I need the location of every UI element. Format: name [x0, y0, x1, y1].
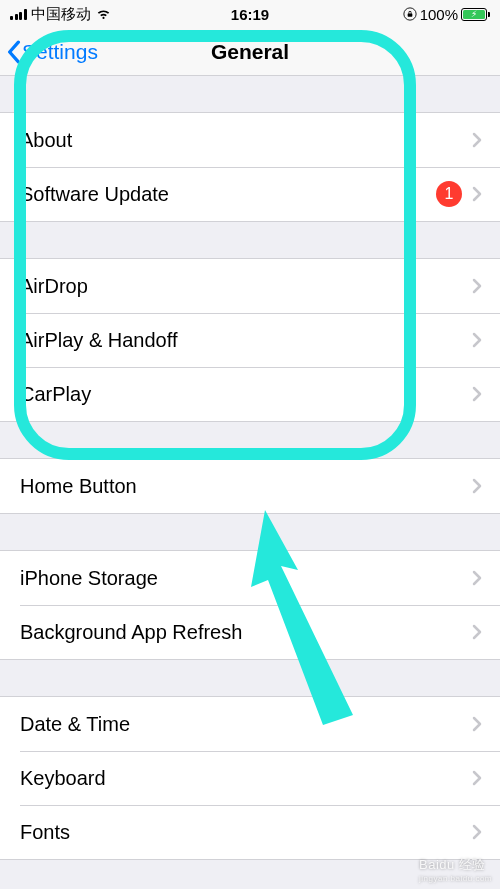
chevron-right-icon [472, 132, 482, 148]
settings-row[interactable]: Background App Refresh [0, 605, 500, 659]
chevron-right-icon [472, 824, 482, 840]
carrier-label: 中国移动 [31, 5, 91, 24]
chevron-right-icon [472, 386, 482, 402]
row-accessory [472, 132, 482, 148]
row-label: About [20, 129, 72, 152]
row-label: AirDrop [20, 275, 88, 298]
settings-row[interactable]: Date & Time [0, 697, 500, 751]
settings-row[interactable]: About [0, 113, 500, 167]
settings-row[interactable]: Keyboard [0, 751, 500, 805]
row-accessory [472, 716, 482, 732]
battery-icon: ⚡︎ [461, 8, 490, 21]
settings-row[interactable]: Fonts [0, 805, 500, 859]
row-label: Keyboard [20, 767, 106, 790]
settings-row[interactable]: Home Button [0, 459, 500, 513]
notification-badge: 1 [436, 181, 462, 207]
settings-row[interactable]: CarPlay [0, 367, 500, 421]
row-accessory [472, 570, 482, 586]
row-label: Fonts [20, 821, 70, 844]
chevron-right-icon [472, 624, 482, 640]
orientation-lock-icon [403, 7, 417, 21]
chevron-right-icon [472, 478, 482, 494]
settings-group: Home Button [0, 458, 500, 514]
settings-group: Date & TimeKeyboardFonts [0, 696, 500, 860]
watermark: Baidu 经验 jingyan.baidu.com [419, 856, 492, 883]
settings-row[interactable]: Software Update1 [0, 167, 500, 221]
chevron-right-icon [472, 186, 482, 202]
row-label: AirPlay & Handoff [20, 329, 178, 352]
status-left: 中国移动 [10, 5, 112, 24]
status-time: 16:19 [231, 6, 269, 23]
row-label: Home Button [20, 475, 137, 498]
row-accessory [472, 478, 482, 494]
settings-row[interactable]: AirPlay & Handoff [0, 313, 500, 367]
settings-row[interactable]: iPhone Storage [0, 551, 500, 605]
settings-group: iPhone StorageBackground App Refresh [0, 550, 500, 660]
row-accessory [472, 332, 482, 348]
watermark-sub: jingyan.baidu.com [419, 874, 492, 883]
chevron-right-icon [472, 716, 482, 732]
row-label: Software Update [20, 183, 169, 206]
row-accessory [472, 770, 482, 786]
back-label: Settings [22, 40, 98, 64]
row-label: iPhone Storage [20, 567, 158, 590]
row-label: Background App Refresh [20, 621, 242, 644]
row-accessory: 1 [436, 181, 482, 207]
back-button[interactable]: Settings [6, 40, 98, 64]
row-label: CarPlay [20, 383, 91, 406]
signal-icon [10, 8, 27, 20]
chevron-right-icon [472, 770, 482, 786]
chevron-right-icon [472, 278, 482, 294]
row-accessory [472, 278, 482, 294]
settings-group: AboutSoftware Update1 [0, 112, 500, 222]
wifi-icon [95, 8, 112, 20]
nav-bar: Settings General [0, 28, 500, 76]
chevron-left-icon [6, 40, 22, 64]
row-accessory [472, 624, 482, 640]
status-bar: 中国移动 16:19 100% ⚡︎ [0, 0, 500, 28]
row-label: Date & Time [20, 713, 130, 736]
settings-list: AboutSoftware Update1AirDropAirPlay & Ha… [0, 76, 500, 860]
row-accessory [472, 824, 482, 840]
chevron-right-icon [472, 570, 482, 586]
page-title: General [211, 40, 289, 64]
settings-group: AirDropAirPlay & HandoffCarPlay [0, 258, 500, 422]
settings-row[interactable]: AirDrop [0, 259, 500, 313]
row-accessory [472, 386, 482, 402]
status-right: 100% ⚡︎ [403, 6, 490, 23]
battery-percent: 100% [420, 6, 458, 23]
chevron-right-icon [472, 332, 482, 348]
